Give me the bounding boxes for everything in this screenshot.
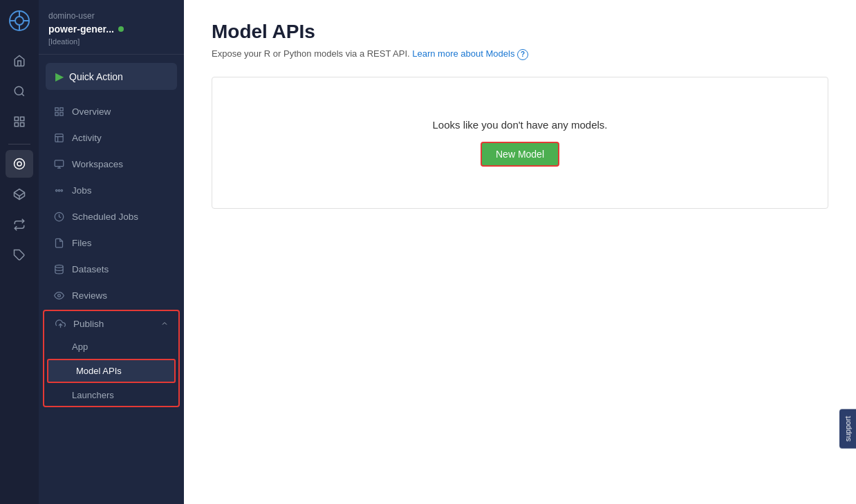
activity-icon — [53, 131, 65, 144]
publish-header[interactable]: Publish — [44, 311, 178, 336]
rail-grid-icon[interactable] — [6, 108, 33, 136]
empty-state-text: Looks like you don't have any models. — [432, 119, 607, 131]
sidebar-item-launchers[interactable]: Launchers — [44, 384, 178, 406]
sidebar-item-overview[interactable]: Overview — [43, 99, 180, 124]
svg-rect-19 — [55, 107, 57, 110]
sidebar-project-name: power-gener... — [48, 24, 114, 35]
datasets-label: Datasets — [72, 264, 109, 274]
sidebar-item-app[interactable]: App — [44, 336, 178, 357]
svg-point-31 — [61, 189, 63, 192]
publish-icon — [54, 317, 66, 330]
svg-point-12 — [15, 159, 25, 169]
sidebar-item-model-apis[interactable]: Model APIs — [47, 359, 176, 383]
sidebar-item-workspaces[interactable]: Workspaces — [43, 151, 180, 176]
svg-point-30 — [55, 189, 57, 192]
sidebar: domino-user power-gener... [Ideation] ▶ … — [39, 0, 184, 504]
svg-rect-20 — [59, 107, 62, 110]
overview-label: Overview — [72, 106, 111, 117]
svg-line-16 — [19, 192, 25, 196]
svg-rect-21 — [59, 112, 62, 115]
svg-line-17 — [15, 192, 20, 196]
files-icon — [53, 236, 65, 249]
sidebar-item-files[interactable]: Files — [43, 230, 180, 255]
svg-point-34 — [57, 294, 60, 297]
status-dot — [118, 26, 124, 32]
svg-point-29 — [58, 189, 60, 192]
rail-divider — [8, 144, 30, 144]
sidebar-username: domino-user — [48, 11, 174, 21]
reviews-label: Reviews — [72, 290, 107, 301]
new-model-button[interactable]: New Model — [481, 142, 559, 167]
rail-layers-icon[interactable] — [6, 150, 33, 178]
page-title: Model APIs — [212, 21, 828, 43]
rail-transfer-icon[interactable] — [6, 211, 33, 239]
sidebar-item-datasets[interactable]: Datasets — [43, 256, 180, 281]
publish-label: Publish — [73, 319, 104, 329]
svg-point-33 — [55, 265, 62, 268]
svg-rect-8 — [15, 117, 18, 120]
page-subtitle: Expose your R or Python models via a RES… — [212, 48, 828, 60]
sidebar-header: domino-user power-gener... [Ideation] — [39, 0, 184, 55]
publish-header-left: Publish — [54, 317, 104, 330]
publish-section: Publish App Model APIs Launchers — [43, 310, 180, 407]
svg-rect-22 — [55, 112, 57, 115]
empty-state-card: Looks like you don't have any models. Ne… — [212, 77, 828, 209]
jobs-icon — [53, 184, 65, 196]
workspaces-icon — [53, 158, 65, 170]
rail-cube-icon[interactable] — [6, 180, 33, 208]
sidebar-item-scheduled-jobs[interactable]: Scheduled Jobs — [43, 204, 180, 229]
main-inner: Model APIs Expose your R or Python model… — [184, 0, 856, 504]
learn-more-link[interactable]: Learn more about Models — [412, 48, 514, 59]
svg-point-6 — [15, 86, 23, 95]
svg-rect-10 — [21, 123, 24, 127]
scheduled-jobs-label: Scheduled Jobs — [72, 212, 138, 222]
sidebar-project-tag: [Ideation] — [48, 37, 174, 46]
info-icon[interactable]: ? — [517, 49, 528, 60]
svg-point-13 — [17, 162, 21, 166]
svg-rect-23 — [55, 133, 62, 141]
rail-home-icon[interactable] — [6, 47, 33, 75]
main-content: Model APIs Expose your R or Python model… — [184, 0, 856, 504]
model-apis-label: Model APIs — [76, 366, 122, 376]
reviews-icon — [53, 289, 65, 301]
quick-action-label: Quick Action — [69, 71, 123, 82]
rail-tag-icon[interactable] — [6, 241, 33, 269]
app-logo[interactable] — [7, 8, 32, 33]
svg-line-7 — [21, 93, 24, 95]
subtitle-text: Expose your R or Python models via a RES… — [212, 48, 410, 59]
overview-icon — [53, 105, 65, 118]
sidebar-item-reviews[interactable]: Reviews — [43, 283, 180, 308]
svg-rect-11 — [15, 123, 18, 127]
quick-action-icon: ▶ — [55, 70, 64, 83]
svg-rect-26 — [55, 160, 64, 166]
activity-label: Activity — [72, 133, 102, 143]
svg-rect-9 — [21, 117, 24, 120]
sidebar-item-activity[interactable]: Activity — [43, 125, 180, 150]
scheduled-jobs-icon — [53, 210, 65, 223]
quick-action-button[interactable]: ▶ Quick Action — [46, 63, 177, 90]
icon-rail — [0, 0, 39, 504]
launchers-label: Launchers — [72, 390, 114, 400]
jobs-label: Jobs — [72, 185, 92, 196]
support-button[interactable]: support — [839, 409, 856, 449]
rail-search-icon[interactable] — [6, 77, 33, 105]
sidebar-item-jobs[interactable]: Jobs — [43, 178, 180, 203]
files-label: Files — [72, 238, 92, 248]
svg-point-1 — [15, 17, 24, 25]
datasets-icon — [53, 263, 65, 275]
sidebar-project: power-gener... — [48, 24, 174, 35]
app-label: App — [72, 342, 88, 352]
workspaces-label: Workspaces — [72, 159, 123, 169]
publish-chevron-icon — [160, 319, 169, 328]
